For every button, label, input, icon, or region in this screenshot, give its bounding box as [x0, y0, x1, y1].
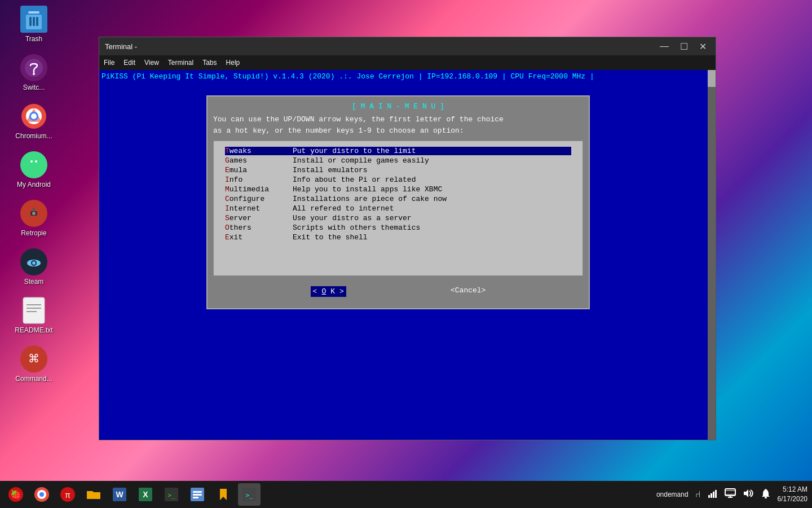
terminal-controls: — ☐ ✕ [656, 40, 710, 53]
svg-text:π: π [65, 491, 70, 500]
instructions-line1: You can use the UP/DOWN arrow keys, the … [213, 114, 583, 125]
desktop: Trash Switc... [0, 0, 812, 508]
menu-item-others[interactable]: Others Scripts with others thematics [225, 224, 571, 232]
readme-label: README.txt [15, 326, 52, 334]
taskbar-chromium[interactable] [30, 483, 53, 506]
svg-rect-53 [715, 490, 717, 498]
multimedia-label: Multimedia [225, 185, 293, 194]
tweaks-label: Tweaks [225, 147, 293, 155]
internet-rest: nternet [230, 204, 261, 213]
configure-rest: onfigure [230, 195, 264, 203]
chromium-icon[interactable]: Chromium... [11, 103, 56, 140]
menu-terminal[interactable]: Terminal [168, 59, 193, 67]
start-button[interactable]: 🍓 [5, 483, 27, 506]
ok-arrow-right: > [337, 286, 346, 297]
menu-edit[interactable]: Edit [123, 59, 135, 67]
emula-label: Emula [225, 166, 293, 174]
trash-icon-img [20, 6, 47, 33]
emula-rest: mula [230, 166, 247, 174]
close-button[interactable]: ✕ [696, 40, 710, 53]
steam-icon[interactable]: Steam [11, 248, 56, 286]
steam-label: Steam [24, 278, 44, 286]
svg-rect-13 [27, 164, 41, 172]
svg-rect-21 [33, 208, 35, 211]
games-label: Games [225, 156, 293, 165]
taskbar-active-terminal[interactable]: >_ [238, 483, 261, 506]
taskbar-pi-menu[interactable]: π [56, 483, 79, 506]
menu-file[interactable]: File [104, 59, 114, 67]
menu-view[interactable]: View [144, 59, 159, 67]
ok-button-container[interactable]: < O K > [311, 286, 346, 297]
tweaks-first-letter: T [225, 147, 230, 155]
scrollbar-thumb[interactable] [708, 70, 716, 87]
svg-rect-55 [725, 491, 735, 494]
menu-item-multimedia[interactable]: Multimedia Help you to install apps like… [225, 185, 571, 194]
others-first-letter: O [225, 224, 230, 232]
readme-icon[interactable]: README.txt [11, 297, 56, 334]
menu-tabs[interactable]: Tabs [202, 59, 217, 67]
taskbar-bookmark[interactable] [212, 483, 235, 506]
minimize-button[interactable]: — [656, 40, 672, 53]
menu-item-internet[interactable]: Internet All refered to internet [225, 204, 571, 213]
menu-item-games[interactable]: Games Install or compile games easily [225, 156, 571, 165]
maximize-button[interactable]: ☐ [677, 40, 691, 53]
svg-rect-45 [193, 491, 202, 493]
android-icon[interactable]: My Android [11, 151, 56, 189]
terminal-title: Terminal - [105, 42, 137, 51]
taskbar-folder[interactable] [82, 483, 105, 506]
svg-text:>_: >_ [167, 492, 175, 499]
switcher-label: Switc... [23, 84, 45, 91]
dialog-menu-area: Tweaks Put your distro to the limit Game… [213, 141, 583, 276]
internet-first-letter: I [225, 204, 230, 213]
taskbar-word[interactable]: W [108, 483, 131, 506]
games-first-letter: G [225, 156, 230, 165]
menu-item-server[interactable]: Server Use your distro as a server [225, 214, 571, 222]
games-desc: Install or compile games easily [293, 156, 429, 165]
multimedia-rest: ultimedia [230, 185, 269, 194]
terminal-scrollbar[interactable] [708, 70, 716, 440]
terminal-header-line: PiKISS (Pi Keeping It Simple, Stupid!) v… [102, 72, 713, 81]
trash-icon[interactable]: Trash [11, 6, 56, 43]
terminal-window: Terminal - — ☐ ✕ File Edit View Terminal… [99, 37, 716, 440]
command-icon[interactable]: ⌘ Command... [11, 345, 56, 383]
svg-point-20 [32, 212, 36, 215]
configure-label: Configure [225, 195, 293, 203]
terminal-body: PiKISS (Pi Keeping It Simple, Stupid!) v… [99, 70, 716, 440]
cancel-button[interactable]: <Cancel> [451, 286, 486, 297]
steam-icon-img [20, 248, 47, 275]
menu-item-emula[interactable]: Emula Install emulators [225, 166, 571, 174]
menu-help[interactable]: Help [226, 59, 240, 67]
svg-rect-25 [23, 297, 45, 323]
switcher-icon[interactable]: Switc... [11, 54, 56, 91]
dialog-buttons: < O K > <Cancel> [213, 281, 583, 303]
menu-item-exit[interactable]: Exit Exit to the shell [225, 233, 571, 242]
info-label: Info [225, 176, 293, 184]
bluetooth-icon[interactable]: ⑁ [695, 489, 701, 500]
svg-rect-5 [36, 17, 38, 26]
internet-label: Internet [225, 204, 293, 213]
taskbar-terminal[interactable]: >_ [160, 483, 183, 506]
svg-line-17 [37, 155, 39, 157]
menu-item-tweaks[interactable]: Tweaks Put your distro to the limit [225, 147, 571, 155]
svg-marker-58 [744, 489, 748, 497]
date-display: 6/17/2020 [778, 494, 807, 504]
taskbar-files[interactable] [186, 483, 209, 506]
network-icon[interactable] [708, 488, 718, 501]
retropie-icon[interactable]: Retropie [11, 200, 56, 237]
notifications-icon[interactable] [761, 488, 771, 501]
server-rest: erver [230, 214, 251, 222]
pikiss-dialog: [ M A I N - M E N U ] You can use the UP… [206, 95, 590, 309]
exit-rest: xit [230, 233, 242, 242]
chromium-icon-img [20, 103, 47, 130]
menu-item-info[interactable]: Info Info about the Pi or related [225, 176, 571, 184]
volume-icon[interactable] [743, 488, 754, 501]
taskbar-excel[interactable]: X [134, 483, 157, 506]
menu-item-configure[interactable]: Configure Installations are piece of cak… [225, 195, 571, 203]
others-desc: Scripts with others thematics [293, 224, 420, 232]
display-icon[interactable] [725, 488, 736, 501]
others-rest: thers [230, 224, 251, 232]
instructions-line2: as a hot key, or the number keys 1-9 to … [213, 125, 583, 137]
exit-label: Exit [225, 233, 293, 242]
svg-rect-52 [713, 492, 714, 498]
svg-rect-3 [29, 17, 32, 26]
